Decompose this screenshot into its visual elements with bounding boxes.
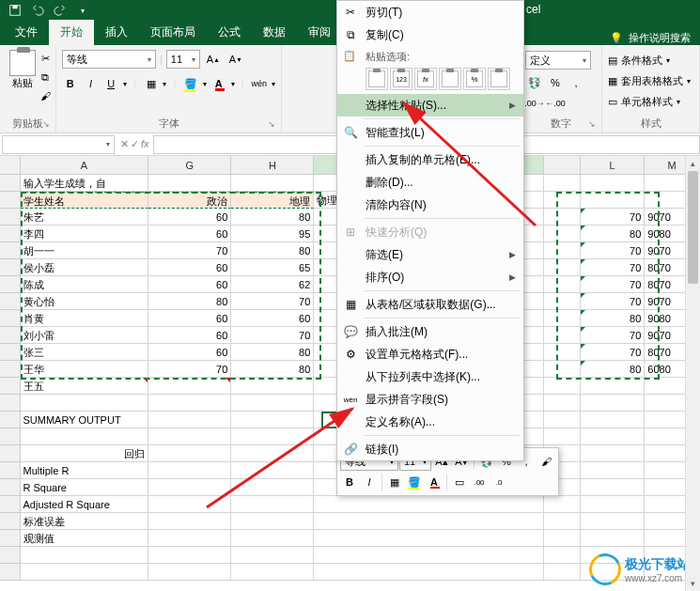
cell[interactable]: 60 — [148, 259, 231, 276]
mini-format-painter[interactable]: 🖌 — [537, 452, 555, 471]
cell[interactable] — [314, 547, 543, 564]
paste-opt-formulas[interactable]: fx — [414, 68, 437, 90]
enter-formula-button[interactable]: ✓ — [131, 138, 139, 150]
mini-dec-decimal[interactable]: .0 — [490, 473, 508, 491]
cell[interactable] — [581, 513, 646, 530]
cell[interactable] — [544, 276, 581, 293]
row-header[interactable] — [0, 192, 21, 209]
cell[interactable] — [544, 242, 581, 259]
ctx-insert-copied[interactable]: 插入复制的单元格(E)... — [337, 148, 523, 171]
ctx-smart-lookup[interactable]: 🔍智能查找(L) — [337, 121, 523, 144]
cell[interactable]: Adjusted R Square — [21, 496, 149, 513]
font-size-combo[interactable]: 11▾ — [166, 50, 200, 69]
row-header[interactable] — [0, 564, 21, 581]
row-header[interactable] — [0, 293, 21, 310]
phonetic-button[interactable]: wén — [251, 74, 269, 93]
underline-button[interactable]: U — [102, 74, 119, 93]
cell[interactable] — [148, 462, 231, 479]
cell[interactable] — [544, 547, 581, 564]
vertical-scrollbar[interactable]: ▴ ▾ — [685, 156, 700, 591]
cell[interactable] — [148, 395, 231, 412]
ctx-delete[interactable]: 删除(D)... — [337, 171, 523, 194]
cell[interactable]: 70 — [581, 209, 646, 226]
mini-inc-decimal[interactable]: .00 — [470, 473, 489, 491]
cell[interactable] — [581, 479, 646, 496]
cell[interactable] — [148, 564, 231, 581]
row-header[interactable] — [0, 428, 21, 445]
cell[interactable] — [231, 445, 314, 462]
row-header[interactable] — [0, 412, 21, 428]
ctx-copy[interactable]: ⧉复制(C) — [337, 23, 523, 46]
cell[interactable]: R Square — [21, 479, 149, 496]
cell[interactable] — [581, 175, 646, 192]
cell[interactable] — [544, 513, 581, 530]
cell[interactable]: 70 — [581, 293, 646, 310]
cell[interactable]: 80 — [581, 361, 646, 378]
ctx-cut[interactable]: ✂剪切(T) — [337, 1, 523, 23]
accounting-button[interactable]: 💱 — [525, 73, 544, 92]
cell[interactable] — [231, 428, 314, 445]
cell[interactable]: 60 — [148, 310, 231, 327]
increase-font-button[interactable]: A▲ — [204, 50, 223, 69]
cell[interactable] — [231, 530, 314, 547]
cell[interactable] — [148, 378, 231, 395]
row-header[interactable] — [0, 445, 21, 462]
cell[interactable] — [544, 344, 581, 361]
tab-page-layout[interactable]: 页面布局 — [139, 20, 207, 45]
undo-button[interactable] — [26, 1, 49, 20]
cell[interactable] — [544, 395, 581, 412]
mini-italic[interactable]: I — [360, 473, 379, 491]
cell[interactable]: 80 — [231, 361, 314, 378]
cell[interactable]: 王五 — [21, 378, 149, 395]
ctx-filter[interactable]: 筛选(E)▶ — [337, 243, 523, 266]
cell[interactable] — [544, 378, 581, 395]
cell[interactable]: 刘小雷 — [21, 327, 149, 344]
row-header[interactable] — [0, 259, 21, 276]
tab-data[interactable]: 数据 — [252, 20, 297, 45]
col-header-a[interactable]: A — [21, 156, 149, 174]
row-header[interactable] — [0, 344, 21, 361]
cell[interactable] — [544, 209, 581, 226]
copy-button[interactable]: ⧉ — [38, 70, 53, 85]
cell[interactable]: 70 — [148, 242, 231, 259]
number-format-combo[interactable]: 定义▾ — [525, 51, 591, 70]
cell[interactable]: 标准误差 — [21, 513, 149, 530]
cell[interactable] — [581, 462, 646, 479]
tell-me[interactable]: 💡 操作说明搜索 — [600, 31, 700, 45]
cell[interactable]: 侯小磊 — [21, 259, 149, 276]
fill-color-button[interactable]: 🪣 — [182, 74, 199, 93]
cell[interactable]: 70 — [231, 293, 314, 310]
bold-button[interactable]: B — [62, 74, 79, 93]
decrease-decimal-button[interactable]: ←.00 — [546, 94, 565, 113]
cell[interactable] — [21, 428, 149, 445]
cell[interactable] — [314, 496, 543, 513]
tab-review[interactable]: 审阅 — [297, 20, 342, 45]
cell[interactable]: 80 — [581, 310, 646, 327]
cell[interactable]: 王华 — [21, 361, 149, 378]
ctx-pick-list[interactable]: 从下拉列表中选择(K)... — [337, 365, 523, 388]
cell[interactable]: 回归 — [21, 445, 149, 462]
tab-formulas[interactable]: 公式 — [207, 20, 252, 45]
cell[interactable] — [231, 496, 314, 513]
cell[interactable] — [581, 530, 646, 547]
cell[interactable] — [148, 412, 231, 428]
font-dialog-launcher[interactable]: ↘ — [268, 119, 277, 129]
mini-fill-color[interactable]: 🪣 — [405, 473, 424, 491]
cell[interactable] — [581, 192, 646, 209]
row-header[interactable] — [0, 310, 21, 327]
ctx-define-name[interactable]: 定义名称(A)... — [337, 411, 523, 433]
row-header[interactable] — [0, 513, 21, 530]
cell[interactable] — [544, 564, 581, 581]
col-header-k[interactable] — [544, 156, 581, 174]
cell[interactable]: 观测值 — [21, 530, 149, 547]
row-header[interactable] — [0, 479, 21, 496]
ctx-show-pinyin[interactable]: wén显示拼音字段(S) — [337, 388, 523, 411]
ctx-link[interactable]: 🔗链接(I) — [337, 438, 523, 460]
cell[interactable] — [544, 361, 581, 378]
row-header[interactable] — [0, 395, 21, 412]
cell[interactable]: 70 — [231, 327, 314, 344]
cell[interactable]: 70 — [148, 361, 231, 378]
ctx-sort[interactable]: 排序(O)▶ — [337, 266, 523, 288]
scroll-thumb[interactable] — [688, 171, 698, 284]
cell[interactable]: 70 — [581, 259, 646, 276]
